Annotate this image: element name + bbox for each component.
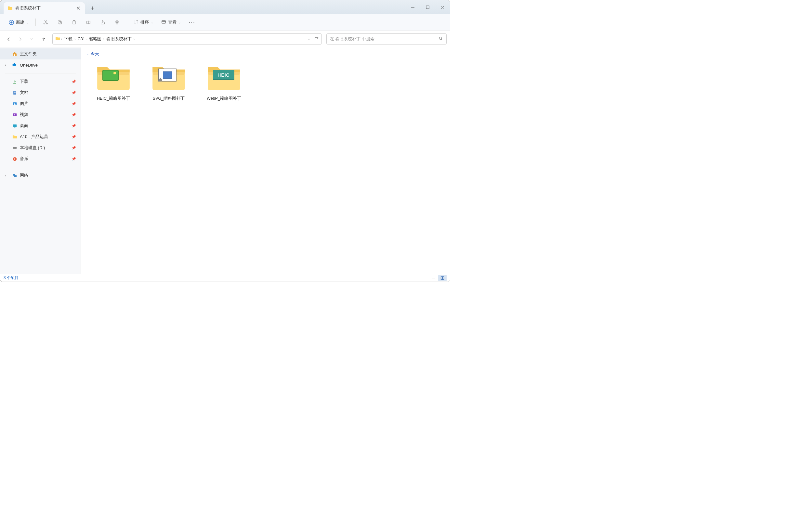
sort-button[interactable]: 排序 ⌄ [130, 17, 157, 27]
heic-badge: HEIC [213, 70, 234, 80]
pin-icon[interactable]: 📌 [72, 124, 76, 128]
chevron-down-icon[interactable]: ⌄ [308, 37, 311, 41]
sidebar-label: 本地磁盘 (D:) [20, 145, 45, 151]
folder-icon [94, 63, 132, 93]
close-tab-button[interactable] [76, 5, 81, 11]
refresh-button[interactable] [314, 36, 319, 42]
folder-item-webp[interactable]: HEIC WebP_缩略图补丁 [201, 61, 247, 103]
pin-icon[interactable]: 📌 [72, 80, 76, 84]
chevron-right-icon: › [61, 37, 62, 41]
recent-button[interactable] [27, 34, 37, 44]
folder-item-svg[interactable]: SVG_缩略图补丁 [146, 61, 191, 103]
new-tab-button[interactable] [87, 2, 99, 14]
chevron-down-icon: ⌄ [26, 21, 29, 24]
rename-button[interactable] [82, 16, 95, 28]
back-button[interactable] [4, 34, 13, 44]
sidebar-label: OneDrive [20, 63, 38, 68]
image-badge [103, 70, 119, 81]
search-input[interactable] [330, 37, 438, 41]
breadcrumb-item[interactable]: C31 - 缩略图 [76, 35, 103, 43]
chevron-down-icon: ⌄ [86, 52, 89, 56]
close-button[interactable] [435, 0, 450, 14]
sidebar-item-d-drive[interactable]: 本地磁盘 (D:) 📌 [0, 142, 81, 153]
up-button[interactable] [39, 34, 48, 44]
sidebar-item-home[interactable]: 主文件夹 [0, 48, 81, 59]
pin-icon[interactable]: 📌 [72, 135, 76, 139]
address-bar[interactable]: › 下载 › C31 - 缩略图 › @旧系统补丁 › ⌄ [52, 34, 322, 44]
search-icon[interactable] [438, 36, 443, 42]
search-box[interactable] [326, 34, 447, 44]
chevron-down-icon: ⌄ [179, 21, 181, 24]
pin-icon[interactable]: 📌 [72, 102, 76, 106]
document-icon [12, 90, 17, 95]
svg-point-3 [46, 23, 47, 24]
breadcrumb-item[interactable]: 下载 [63, 35, 74, 43]
status-bar: 3 个项目 [0, 274, 450, 282]
sidebar-item-onedrive[interactable]: › OneDrive [0, 59, 81, 71]
sidebar-item-downloads[interactable]: 下载 📌 [0, 76, 81, 87]
sort-icon [133, 19, 139, 25]
minimize-button[interactable] [405, 0, 420, 14]
folder-icon [150, 63, 188, 93]
folder-item-heic[interactable]: HEIC_缩略图补丁 [91, 61, 136, 103]
svg-rect-24 [14, 175, 16, 177]
group-header-today[interactable]: ⌄ 今天 [86, 51, 445, 57]
sidebar-label: A10 - 产品运营 [20, 134, 48, 140]
divider [5, 167, 76, 167]
download-icon [12, 79, 17, 84]
pin-icon[interactable]: 📌 [72, 91, 76, 95]
folder-icon: HEIC [205, 63, 243, 93]
forward-button[interactable] [15, 34, 25, 44]
tab-current[interactable]: @旧系统补丁 [4, 2, 85, 14]
videos-icon [12, 112, 17, 117]
svg-rect-0 [426, 6, 429, 9]
pin-icon[interactable]: 📌 [72, 146, 76, 150]
new-button-label: 新建 [16, 19, 25, 25]
pin-icon[interactable]: 📌 [72, 113, 76, 117]
new-button[interactable]: 新建 ⌄ [5, 17, 32, 27]
items-grid: HEIC_缩略图补丁 SVG_缩略图补丁 HEIC WebP_缩略图补丁 [86, 61, 445, 103]
view-label: 查看 [168, 19, 177, 25]
chevron-right-icon[interactable]: › [5, 174, 6, 177]
drive-icon [12, 145, 17, 151]
address-actions: ⌄ [308, 36, 319, 42]
item-label: SVG_缩略图补丁 [153, 96, 185, 101]
icons-view-button[interactable] [438, 275, 447, 281]
view-icon [161, 19, 166, 25]
sidebar: 主文件夹 › OneDrive 下载 📌 文档 📌 图片 📌 视频 📌 [0, 47, 81, 274]
chevron-right-icon[interactable]: › [5, 64, 6, 67]
delete-button[interactable] [111, 16, 123, 28]
svg-rect-13 [14, 92, 15, 93]
maximize-button[interactable] [420, 0, 435, 14]
sidebar-label: 音乐 [20, 156, 28, 162]
svg-rect-14 [14, 93, 15, 93]
sidebar-item-a10[interactable]: A10 - 产品运营 📌 [0, 131, 81, 142]
svg-rect-28 [443, 278, 444, 279]
sidebar-item-desktop[interactable]: 桌面 📌 [0, 120, 81, 131]
svg-rect-12 [14, 92, 15, 92]
paste-button[interactable] [68, 16, 81, 28]
chevron-down-icon: ⌄ [151, 21, 153, 24]
title-bar: @旧系统补丁 [0, 0, 450, 14]
pin-icon[interactable]: 📌 [72, 157, 76, 161]
details-view-button[interactable] [429, 275, 437, 281]
content-area[interactable]: ⌄ 今天 HEIC_缩略图补丁 SVG_缩略图补丁 [81, 47, 450, 274]
folder-icon [12, 134, 17, 139]
desktop-icon [12, 123, 17, 128]
sidebar-item-documents[interactable]: 文档 📌 [0, 87, 81, 98]
svg-rect-18 [13, 124, 16, 127]
item-label: HEIC_缩略图补丁 [97, 96, 130, 101]
sidebar-item-music[interactable]: 音乐 📌 [0, 153, 81, 164]
sidebar-item-videos[interactable]: 视频 📌 [0, 109, 81, 120]
view-button[interactable]: 查看 ⌄ [158, 17, 184, 27]
sidebar-label: 网络 [20, 172, 28, 178]
sidebar-label: 下载 [20, 79, 28, 84]
sidebar-item-pictures[interactable]: 图片 📌 [0, 98, 81, 109]
cut-button[interactable] [39, 16, 52, 28]
copy-button[interactable] [53, 16, 66, 28]
more-button[interactable]: ··· [186, 16, 199, 28]
sidebar-item-network[interactable]: › 网络 [0, 170, 81, 181]
breadcrumb-item[interactable]: @旧系统补丁 [105, 35, 133, 43]
pictures-icon [12, 101, 17, 106]
share-button[interactable] [96, 16, 109, 28]
